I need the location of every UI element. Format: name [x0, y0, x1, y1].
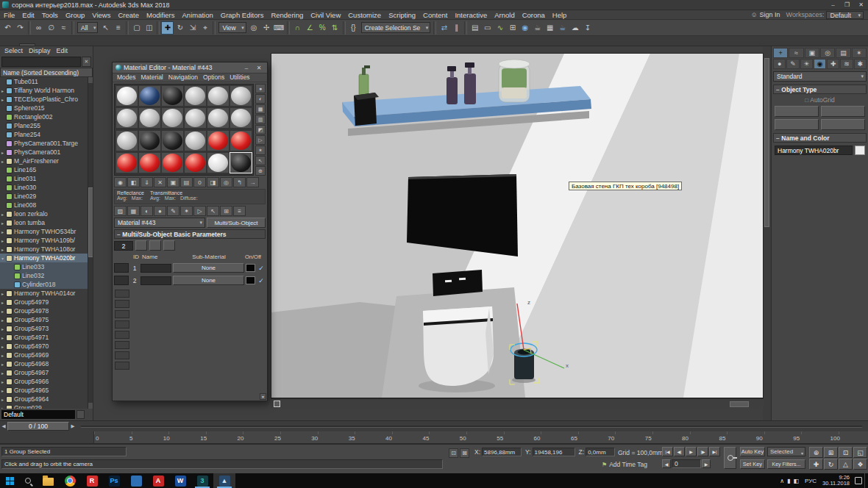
menu-item[interactable]: Corona — [519, 11, 549, 19]
scene-object-row[interactable]: ▸ Group54964 — [0, 395, 88, 403]
show-background-icon[interactable]: ▦ — [127, 206, 140, 216]
x-coordinate-field[interactable]: 5896,88mm — [482, 448, 522, 456]
scene-object-row[interactable]: ▸ Group029 — [0, 403, 88, 409]
explorer-menu-item[interactable]: Display — [26, 47, 53, 55]
expand-arrow-icon[interactable]: ▸ — [1, 97, 7, 102]
material-editor-scrollbar[interactable]: ▼ — [260, 393, 266, 400]
submaterial-enable-checkbox[interactable]: ✓ — [257, 277, 266, 284]
expand-arrow-icon[interactable]: ▸ — [1, 212, 7, 217]
expand-arrow-icon[interactable]: ▸ — [1, 335, 7, 340]
material-sample-slot[interactable] — [116, 131, 138, 151]
set-number-button[interactable] — [135, 240, 147, 251]
expand-arrow-icon[interactable]: ▸ — [1, 159, 7, 164]
z-coordinate-field[interactable]: 0,0mm — [586, 448, 615, 456]
zoom-extents-icon[interactable]: ⊡ — [839, 447, 853, 458]
time-slider-handle[interactable]: 0 / 100 — [7, 422, 69, 431]
toolbar-separator[interactable] — [71, 21, 74, 35]
motion-tab-icon[interactable]: ◎ — [820, 48, 835, 58]
scene-object-row[interactable]: Line032 — [0, 271, 88, 280]
command-panel-scrollbar[interactable] — [763, 46, 771, 420]
material-sample-slot[interactable] — [185, 108, 206, 128]
explorer-search-input[interactable] — [1, 57, 81, 67]
expand-arrow-icon[interactable]: ▸ — [1, 379, 7, 384]
scrollbar-thumb[interactable] — [764, 58, 769, 227]
explorer-menu-item[interactable]: Edit — [54, 47, 71, 55]
previous-frame-button[interactable]: ◀| — [674, 447, 685, 456]
select-by-material-icon[interactable]: ↖ — [207, 206, 219, 216]
schematic-view-icon[interactable]: ⊞ — [506, 21, 519, 35]
menu-item[interactable]: Modifiers — [143, 11, 179, 19]
material-editor-menu-item[interactable]: Utilities — [227, 73, 252, 82]
submaterial-color-swatch[interactable] — [246, 264, 255, 272]
language-indicator[interactable]: РУС — [802, 473, 819, 488]
next-frame-arrow[interactable]: ▶ — [69, 423, 77, 429]
reference-coordinate-dropdown[interactable]: View — [218, 22, 246, 33]
taskbar-photoshop-icon[interactable]: Ps — [103, 473, 125, 488]
object-name-field[interactable]: Harmony TWHA020br — [775, 146, 853, 155]
material-editor-minimize-button[interactable]: – — [241, 65, 252, 71]
select-and-rotate-icon[interactable]: ↻ — [174, 21, 186, 35]
scene-object-row[interactable]: ▸ Group54978 — [0, 306, 88, 315]
put-material-icon[interactable]: ◧ — [127, 177, 140, 187]
toolbar-separator[interactable] — [464, 21, 467, 35]
scene-object-row[interactable]: ▸ leon zerkalo — [0, 209, 88, 218]
ribbon-tab[interactable] — [50, 44, 65, 46]
expand-arrow-icon[interactable]: ▸ — [1, 309, 7, 314]
scene-object-row[interactable]: ▸ Group54966 — [0, 377, 88, 386]
tray-volume-icon[interactable]: ◧ — [793, 478, 799, 484]
select-and-link-icon[interactable]: ∞ — [32, 21, 45, 35]
material-sample-slot[interactable] — [139, 153, 160, 173]
submaterial-enable-checkbox[interactable]: ✓ — [257, 265, 266, 272]
align-icon[interactable]: ∥ — [450, 21, 463, 35]
explorer-scrollbar[interactable] — [88, 77, 93, 409]
modify-tab-icon[interactable]: ≈ — [789, 48, 803, 58]
material-sample-slot[interactable] — [207, 86, 229, 106]
corona-camera-button[interactable] — [821, 119, 865, 130]
rendered-frame-icon[interactable]: ▦ — [544, 21, 556, 35]
explorer-sort-header[interactable]: Name (Sorted Descending) — [0, 68, 93, 77]
select-and-move-icon[interactable]: ✚ — [161, 21, 174, 35]
explorer-clear-search-button[interactable]: ✕ — [82, 57, 91, 67]
ribbon-tab[interactable] — [19, 43, 35, 46]
scene-object-row[interactable]: ▸ Group54973 — [0, 324, 88, 333]
menu-item[interactable]: Scripting — [385, 11, 419, 19]
scene-object-row[interactable]: ▸ Group54970 — [0, 342, 88, 351]
ribbon-tab[interactable] — [35, 44, 50, 46]
scene-object-row[interactable]: Line008 — [0, 201, 88, 209]
scene-object-row[interactable]: ▸ Harmony TWHA109b/ — [0, 236, 88, 245]
menu-item[interactable]: Group — [62, 11, 88, 19]
submaterial-assign-button[interactable]: None — [173, 276, 244, 285]
free-camera-button[interactable] — [775, 119, 819, 130]
scroll-down-icon[interactable] — [88, 403, 93, 409]
scene-object-row[interactable]: Line030 — [0, 183, 88, 192]
make-unique-icon[interactable]: ▣ — [167, 177, 179, 187]
scene-object-row[interactable]: Plane254 — [0, 130, 88, 139]
scene-object-row[interactable]: Cylinder018 — [0, 280, 88, 289]
taskbar-clock[interactable]: 9:26 30.11.2018 — [819, 473, 853, 488]
angle-snap-icon[interactable]: ∠ — [304, 21, 316, 35]
track-bar-ruler[interactable]: 0510152025303540455055606570758085909510… — [0, 431, 868, 444]
named-selection-sets-icon[interactable]: {} — [347, 21, 360, 35]
snap-toggle-icon[interactable]: ∩ — [291, 21, 304, 35]
orbit-icon[interactable]: ↻ — [824, 459, 838, 470]
selection-lock-icon[interactable]: ⊠ — [460, 448, 469, 458]
hierarchy-tab-icon[interactable]: ▣ — [805, 48, 819, 58]
physical-camera-button[interactable] — [775, 106, 819, 117]
options-icon[interactable]: ✶ — [180, 206, 193, 216]
tray-display-icon[interactable]: ▮ — [787, 478, 790, 484]
scene-object-row[interactable]: Rectangle002 — [0, 112, 88, 121]
menu-item[interactable]: Civil View — [307, 11, 344, 19]
notification-center-icon[interactable] — [853, 473, 864, 488]
track-bar[interactable] — [271, 398, 764, 409]
expand-arrow-icon[interactable]: ▸ — [1, 388, 7, 393]
select-and-place-icon[interactable]: ⌖ — [199, 21, 211, 35]
taskbar-chrome-icon[interactable] — [59, 473, 81, 488]
add-time-tag-button[interactable]: ⚑ Add Time Tag — [602, 461, 647, 468]
go-to-parent-icon[interactable]: ↰ — [233, 177, 246, 187]
scene-object-row[interactable]: ▸ PhysCamera001 — [0, 148, 88, 157]
material-editor-menu-item[interactable]: Navigation — [166, 73, 200, 82]
scene-object-row[interactable]: Plane255 — [0, 121, 88, 130]
render-in-cloud-icon[interactable]: ☁ — [569, 21, 581, 35]
display-tab-icon[interactable]: ▤ — [836, 48, 850, 58]
cameras-category-icon[interactable]: ◉ — [814, 59, 826, 69]
